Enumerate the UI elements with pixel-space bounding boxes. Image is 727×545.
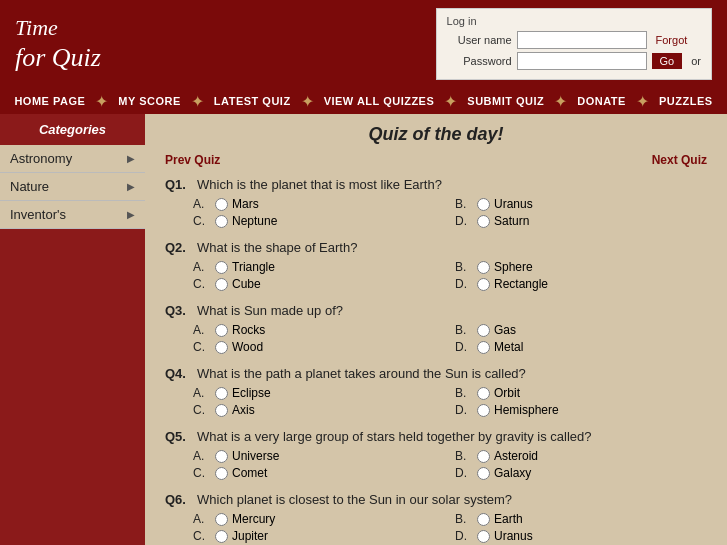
answer-radio[interactable] <box>477 530 490 543</box>
answer-radio[interactable] <box>215 324 228 337</box>
answers-grid: A.EclipseB.OrbitC.AxisD.Hemisphere <box>165 386 707 417</box>
answer-radio[interactable] <box>477 261 490 274</box>
answer-item: D.Metal <box>455 340 707 354</box>
answer-label: A. <box>193 449 211 463</box>
answer-label: D. <box>455 466 473 480</box>
answer-radio[interactable] <box>215 278 228 291</box>
question-text: Q2.What is the shape of Earth? <box>165 240 707 255</box>
next-quiz-link[interactable]: Next Quiz <box>652 153 707 167</box>
answer-item: C.Comet <box>193 466 445 480</box>
question-text: Q4.What is the path a planet takes aroun… <box>165 366 707 381</box>
answer-item: A.Mars <box>193 197 445 211</box>
nav-divider-4: ✦ <box>444 92 457 111</box>
answer-radio[interactable] <box>215 261 228 274</box>
answer-radio[interactable] <box>477 278 490 291</box>
answer-label: D. <box>455 214 473 228</box>
answer-label: B. <box>455 260 473 274</box>
answer-radio[interactable] <box>215 513 228 526</box>
answer-text: Mercury <box>232 512 275 526</box>
answer-item: A.Mercury <box>193 512 445 526</box>
sidebar-item-nature[interactable]: Nature ▶ <box>0 173 145 201</box>
nav-latestquiz[interactable]: LATEST QUIZ <box>204 88 301 114</box>
answer-radio[interactable] <box>477 387 490 400</box>
arrow-icon: ▶ <box>127 181 135 192</box>
answer-radio[interactable] <box>215 198 228 211</box>
answer-text: Comet <box>232 466 267 480</box>
answer-label: D. <box>455 403 473 417</box>
answer-item: C.Wood <box>193 340 445 354</box>
answer-label: A. <box>193 323 211 337</box>
answer-radio[interactable] <box>477 215 490 228</box>
answer-label: C. <box>193 529 211 543</box>
nav-viewallquizzes[interactable]: VIEW ALL QUIZZES <box>314 88 445 114</box>
answer-text: Uranus <box>494 197 533 211</box>
question-block: Q1.Which is the planet that is most like… <box>165 177 707 228</box>
answer-radio[interactable] <box>477 404 490 417</box>
answer-text: Rectangle <box>494 277 548 291</box>
sidebar-item-inventors[interactable]: Inventor's ▶ <box>0 201 145 229</box>
answer-radio[interactable] <box>477 467 490 480</box>
nav-submitquiz[interactable]: SUBMIT QUIZ <box>457 88 554 114</box>
go-button[interactable]: Go <box>652 53 683 69</box>
password-input[interactable] <box>517 52 647 70</box>
question-body: Which planet is closest to the Sun in ou… <box>197 492 512 507</box>
answer-text: Metal <box>494 340 523 354</box>
answer-text: Sphere <box>494 260 533 274</box>
question-number: Q2. <box>165 240 193 255</box>
question-text: Q3.What is Sun made up of? <box>165 303 707 318</box>
answer-item: B.Sphere <box>455 260 707 274</box>
forgot-link[interactable]: Forgot <box>656 34 688 46</box>
answer-item: B.Uranus <box>455 197 707 211</box>
logo-line2: for Quiz <box>15 42 101 73</box>
sidebar-item-astronomy[interactable]: Astronomy ▶ <box>0 145 145 173</box>
sidebar-item-nature-label: Nature <box>10 179 49 194</box>
question-number: Q1. <box>165 177 193 192</box>
answer-text: Triangle <box>232 260 275 274</box>
nav-divider-5: ✦ <box>554 92 567 111</box>
password-label: Password <box>447 55 512 67</box>
answer-item: D.Rectangle <box>455 277 707 291</box>
question-number: Q3. <box>165 303 193 318</box>
answer-label: D. <box>455 529 473 543</box>
answer-radio[interactable] <box>215 387 228 400</box>
question-body: What is the path a planet takes around t… <box>197 366 526 381</box>
nav-divider-3: ✦ <box>301 92 314 111</box>
answer-radio[interactable] <box>215 404 228 417</box>
nav-puzzles[interactable]: PUZZLES <box>649 88 723 114</box>
answer-item: C.Neptune <box>193 214 445 228</box>
username-input[interactable] <box>517 31 647 49</box>
nav-divider-6: ✦ <box>636 92 649 111</box>
answer-item: A.Eclipse <box>193 386 445 400</box>
answer-radio[interactable] <box>215 215 228 228</box>
question-body: What is a very large group of stars held… <box>197 429 592 444</box>
nav-divider-2: ✦ <box>191 92 204 111</box>
question-body: Which is the planet that is most like Ea… <box>197 177 442 192</box>
answer-radio[interactable] <box>477 341 490 354</box>
nav-homepage[interactable]: HOME PAGE <box>4 88 95 114</box>
question-text: Q1.Which is the planet that is most like… <box>165 177 707 192</box>
quiz-nav: Prev Quiz Next Quiz <box>165 153 707 167</box>
answer-radio[interactable] <box>477 513 490 526</box>
answer-radio[interactable] <box>477 450 490 463</box>
answer-text: Orbit <box>494 386 520 400</box>
question-number: Q5. <box>165 429 193 444</box>
answer-radio[interactable] <box>215 467 228 480</box>
answer-item: B.Asteroid <box>455 449 707 463</box>
answer-label: C. <box>193 277 211 291</box>
nav-donate[interactable]: DONATE <box>567 88 636 114</box>
answer-radio[interactable] <box>477 324 490 337</box>
answer-radio[interactable] <box>477 198 490 211</box>
answer-item: A.Rocks <box>193 323 445 337</box>
nav-bar: HOME PAGE ✦ MY SCORE ✦ LATEST QUIZ ✦ VIE… <box>0 88 727 114</box>
question-number: Q6. <box>165 492 193 507</box>
header: Time for Quiz Log in User name Forgot Pa… <box>0 0 727 88</box>
answer-text: Saturn <box>494 214 529 228</box>
nav-myscore[interactable]: MY SCORE <box>108 88 190 114</box>
logo: Time for Quiz <box>15 15 101 73</box>
prev-quiz-link[interactable]: Prev Quiz <box>165 153 220 167</box>
answer-radio[interactable] <box>215 341 228 354</box>
answer-radio[interactable] <box>215 530 228 543</box>
answer-text: Galaxy <box>494 466 531 480</box>
answer-radio[interactable] <box>215 450 228 463</box>
main-content: Categories Astronomy ▶ Nature ▶ Inventor… <box>0 114 727 545</box>
